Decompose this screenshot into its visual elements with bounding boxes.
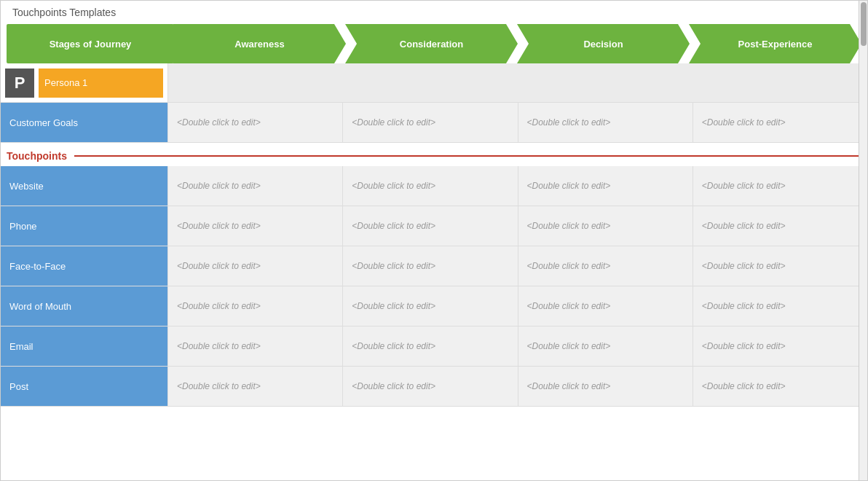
touchpoints-divider [74, 155, 861, 157]
customer-goals-cell-consideration[interactable]: <Double click to edit> [343, 103, 518, 142]
cell-phone-consideration[interactable]: <Double click to edit> [343, 206, 518, 246]
stage-label-awareness: Awareness [234, 39, 284, 50]
stage-cell-decision: Decision [517, 24, 690, 63]
customer-goals-cell-decision[interactable]: <Double click to edit> [518, 103, 693, 142]
customer-goals-label: Customer Goals [1, 103, 168, 142]
row-cells-email: <Double click to edit><Double click to e… [168, 326, 867, 366]
customer-goals-cell-post[interactable]: <Double click to edit> [693, 103, 867, 142]
row-label-email: Email [1, 326, 168, 366]
cell-email-post[interactable]: <Double click to edit> [693, 326, 867, 366]
cell-post-consideration[interactable]: <Double click to edit> [343, 367, 518, 406]
cell-word-of-mouth-decision[interactable]: <Double click to edit> [518, 286, 693, 326]
cell-website-decision[interactable]: <Double click to edit> [518, 166, 693, 206]
row-post: Post<Double click to edit><Double click … [1, 367, 867, 407]
scrollbar-thumb[interactable] [861, 2, 867, 46]
cell-phone-decision[interactable]: <Double click to edit> [518, 206, 693, 246]
cell-website-consideration[interactable]: <Double click to edit> [343, 166, 518, 206]
row-cells-website: <Double click to edit><Double click to e… [168, 166, 867, 206]
row-cells-phone: <Double click to edit><Double click to e… [168, 206, 867, 246]
customer-goals-cells: <Double click to edit> <Double click to … [168, 103, 867, 142]
persona-row: P Persona 1 [1, 63, 867, 103]
cell-email-decision[interactable]: <Double click to edit> [518, 326, 693, 366]
persona-label-cell: P Persona 1 [1, 63, 168, 102]
stage-label-consideration: Consideration [400, 39, 463, 50]
row-email: Email<Double click to edit><Double click… [1, 326, 867, 367]
cell-phone-awareness[interactable]: <Double click to edit> [168, 206, 343, 246]
cell-post-awareness[interactable]: <Double click to edit> [168, 367, 343, 406]
cell-post-decision[interactable]: <Double click to edit> [518, 367, 693, 406]
cell-face-to-face-awareness[interactable]: <Double click to edit> [168, 246, 343, 286]
page-title: Touchpoints Templates [1, 1, 867, 24]
scrollbar[interactable] [859, 1, 867, 480]
cell-face-to-face-post[interactable]: <Double click to edit> [693, 246, 867, 286]
cell-email-awareness[interactable]: <Double click to edit> [168, 326, 343, 366]
row-website: Website<Double click to edit><Double cli… [1, 166, 867, 206]
cell-word-of-mouth-post[interactable]: <Double click to edit> [693, 286, 867, 326]
row-cells-face-to-face: <Double click to edit><Double click to e… [168, 246, 867, 286]
cell-face-to-face-consideration[interactable]: <Double click to edit> [343, 246, 518, 286]
cell-website-awareness[interactable]: <Double click to edit> [168, 166, 343, 206]
row-cells-post: <Double click to edit><Double click to e… [168, 367, 867, 406]
stage-cell-journey: Stages of Journey [7, 24, 174, 63]
persona-content-cols [168, 63, 867, 102]
stage-cell-post-experience: Post-Experience [689, 24, 861, 63]
touchpoints-label: Touchpoints [7, 150, 67, 162]
cell-phone-post[interactable]: <Double click to edit> [693, 206, 867, 246]
row-word-of-mouth: Word of Mouth<Double click to edit><Doub… [1, 286, 867, 326]
stage-label-journey: Stages of Journey [50, 39, 132, 50]
cell-word-of-mouth-consideration[interactable]: <Double click to edit> [343, 286, 518, 326]
cell-website-post[interactable]: <Double click to edit> [693, 166, 867, 206]
touchpoints-header: Touchpoints [1, 143, 867, 166]
persona-icon: P [5, 69, 34, 98]
stage-label-decision: Decision [583, 39, 623, 50]
cell-email-consideration[interactable]: <Double click to edit> [343, 326, 518, 366]
cell-post-post[interactable]: <Double click to edit> [693, 367, 867, 406]
stage-cell-awareness: Awareness [173, 24, 346, 63]
stage-label-post-experience: Post-Experience [738, 39, 813, 50]
row-face-to-face: Face-to-Face<Double click to edit><Doubl… [1, 246, 867, 286]
row-cells-word-of-mouth: <Double click to edit><Double click to e… [168, 286, 867, 326]
customer-goals-row: Customer Goals <Double click to edit> <D… [1, 103, 867, 143]
row-label-face-to-face: Face-to-Face [1, 246, 168, 286]
row-label-phone: Phone [1, 206, 168, 246]
row-phone: Phone<Double click to edit><Double click… [1, 206, 867, 246]
row-label-word-of-mouth: Word of Mouth [1, 286, 168, 326]
row-label-website: Website [1, 166, 168, 206]
page-wrapper: Touchpoints Templates Stages of Journey … [0, 0, 868, 481]
stage-cell-consideration: Consideration [345, 24, 518, 63]
customer-goals-cell-awareness[interactable]: <Double click to edit> [168, 103, 343, 142]
persona-name[interactable]: Persona 1 [39, 69, 163, 98]
touchpoint-rows: Website<Double click to edit><Double cli… [1, 166, 867, 407]
row-label-post: Post [1, 367, 168, 406]
journey-header: Stages of Journey Awareness Consideratio… [7, 24, 861, 63]
cell-face-to-face-decision[interactable]: <Double click to edit> [518, 246, 693, 286]
cell-word-of-mouth-awareness[interactable]: <Double click to edit> [168, 286, 343, 326]
